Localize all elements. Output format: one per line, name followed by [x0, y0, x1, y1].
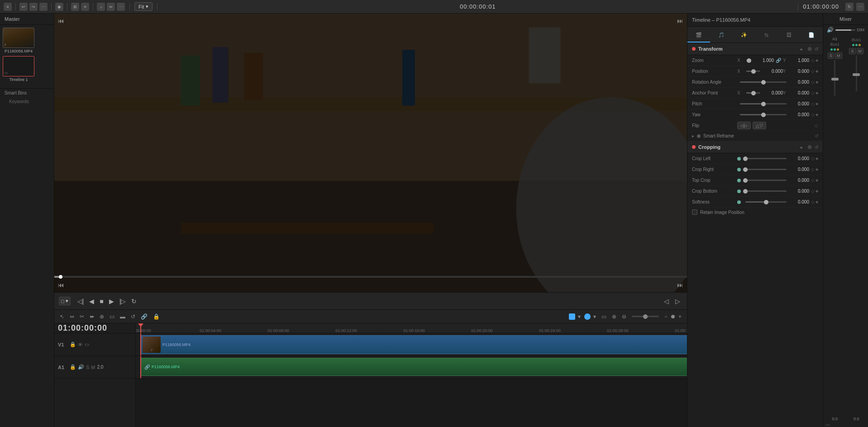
- rotation-value[interactable]: 0.000: [789, 80, 809, 85]
- mixer-bus1-fader[interactable]: [847, 55, 867, 416]
- highlight-icon[interactable]: ◉: [55, 3, 63, 11]
- mute-btn-a1[interactable]: M: [91, 365, 95, 370]
- yaw-slider[interactable]: [740, 114, 787, 115]
- cropping-add-icon[interactable]: ⊕: [807, 144, 812, 150]
- cropping-section-header[interactable]: Cropping ▸ ⊕ ↺: [687, 141, 823, 153]
- softness-keyframe[interactable]: ◆: [816, 200, 818, 204]
- transform-add-icon[interactable]: ⊕: [807, 46, 812, 52]
- lock-icon-a1[interactable]: 🔒: [70, 364, 76, 370]
- zoom-clip-icon[interactable]: ▭: [600, 313, 608, 321]
- timeline-tool-razor[interactable]: ✂: [78, 313, 86, 321]
- softness-value[interactable]: 0.000: [789, 199, 809, 204]
- pitch-reset[interactable]: ◇: [811, 101, 815, 106]
- crop-bottom-reset[interactable]: ◇: [811, 189, 815, 194]
- clip-v1[interactable]: ♪ P1160056.MP4: [140, 335, 687, 354]
- mixer-a1-handle[interactable]: [831, 78, 839, 81]
- anchor-keyframe[interactable]: ◆: [816, 91, 818, 95]
- volume-icon[interactable]: 🔊: [827, 27, 834, 33]
- video-preview[interactable]: ⏮ ⏭ ⏮ ⏭: [54, 14, 687, 292]
- refresh-icon[interactable]: ↻: [845, 3, 854, 11]
- clip-a1[interactable]: 🔗 P1160056.MP4: [140, 358, 687, 376]
- tab-audio[interactable]: 🎵: [710, 27, 733, 43]
- timeline-tool-pointer[interactable]: ↖: [58, 313, 66, 321]
- crop-right-value[interactable]: 0.000: [789, 167, 809, 172]
- crop-left-keyframe[interactable]: ◆: [816, 157, 818, 161]
- mixer-bus1-handle[interactable]: [853, 73, 860, 76]
- timecode-display[interactable]: 00:00:00:01: [162, 3, 793, 10]
- transform-section-header[interactable]: Transform ▸ ⊕ ↺: [687, 43, 823, 55]
- crop-top-keyframe[interactable]: ◆: [816, 178, 818, 182]
- zoom-x-slider[interactable]: [746, 60, 751, 61]
- pitch-value[interactable]: 0.000: [789, 101, 809, 106]
- solo-btn-a1[interactable]: S: [86, 365, 89, 370]
- track-lane-v1[interactable]: ♪ P1160056.MP4: [136, 333, 687, 356]
- timeline-tool-link[interactable]: 🔗: [139, 313, 149, 321]
- more-icon[interactable]: ⋯: [117, 3, 125, 11]
- list-icon[interactable]: ≡: [81, 3, 89, 11]
- timeline-tool-overwrite[interactable]: ▬: [118, 313, 127, 321]
- flip-h-btn[interactable]: ◁▷: [737, 122, 751, 129]
- frame-select[interactable]: □▾: [59, 297, 71, 305]
- crop-bottom-value[interactable]: 0.000: [789, 189, 809, 194]
- mixer-bus1-s-btn[interactable]: S: [849, 48, 855, 54]
- pos-x-slider[interactable]: [746, 71, 760, 72]
- pitch-keyframe[interactable]: ◆: [816, 102, 818, 106]
- tab-effects[interactable]: ✨: [733, 27, 755, 43]
- play-btn[interactable]: ▶: [107, 296, 116, 306]
- prev-clip-icon[interactable]: ⏮: [58, 17, 64, 24]
- zoom-keyframe[interactable]: ◆: [816, 58, 818, 62]
- flip-v-btn[interactable]: △▽: [753, 122, 766, 129]
- yaw-reset[interactable]: ◇: [811, 112, 815, 117]
- rotation-keyframe[interactable]: ◆: [816, 80, 818, 84]
- track-color-blue[interactable]: ▾: [576, 313, 582, 321]
- lock-icon-v1[interactable]: 🔒: [70, 342, 76, 347]
- smart-reframe-row[interactable]: ▸ Smart Reframe ↺: [687, 131, 823, 141]
- rotation-reset[interactable]: ◇: [811, 80, 815, 85]
- tab-file[interactable]: 📄: [800, 27, 823, 43]
- mixer-a1-m-btn[interactable]: M: [835, 52, 842, 59]
- history-icon[interactable]: ⋯: [39, 3, 48, 11]
- softness-reset[interactable]: ◇: [811, 199, 815, 204]
- zoom-reset[interactable]: ◇: [811, 58, 815, 63]
- crop-top-reset[interactable]: ◇: [811, 178, 815, 183]
- undo-icon[interactable]: ↩: [19, 3, 28, 11]
- next-mark-btn[interactable]: |▷: [117, 296, 129, 306]
- timeline-tool-trim[interactable]: ⇔: [68, 313, 76, 321]
- stop-btn[interactable]: ■: [97, 296, 105, 306]
- pos-reset[interactable]: ◇: [811, 69, 815, 74]
- retain-checkbox[interactable]: [692, 209, 697, 215]
- timeline-tool-slip[interactable]: ⬌: [88, 313, 96, 321]
- search-icon[interactable]: ⌕: [97, 3, 105, 11]
- plus-icon[interactable]: +: [677, 313, 683, 321]
- settings-icon[interactable]: ⋯: [856, 3, 864, 11]
- zoom-x-value[interactable]: 1.000: [754, 58, 774, 63]
- out-point-icon[interactable]: ▷: [673, 296, 682, 306]
- crop-bottom-slider[interactable]: [745, 190, 787, 192]
- anchor-y-value[interactable]: 0.000: [789, 90, 809, 95]
- crop-left-slider[interactable]: [745, 158, 787, 159]
- grid-icon[interactable]: ⊞: [71, 3, 79, 11]
- crop-right-reset[interactable]: ◇: [811, 167, 815, 172]
- loop-btn[interactable]: ↻: [129, 296, 139, 306]
- anchor-x-slider[interactable]: [746, 92, 760, 94]
- track-color-dot[interactable]: ▾: [591, 313, 598, 321]
- zoom-out-icon[interactable]: ⊖: [620, 313, 628, 321]
- next-frame-icon[interactable]: ⏭: [677, 281, 683, 289]
- pos-x-value[interactable]: 0.000: [763, 69, 783, 74]
- next-clip-icon[interactable]: ⏭: [677, 17, 683, 24]
- smart-reframe-reset[interactable]: ↺: [815, 133, 818, 138]
- rotation-slider[interactable]: [740, 81, 787, 83]
- tab-video[interactable]: 🎬: [687, 27, 710, 43]
- flip-reset[interactable]: ◇: [815, 123, 818, 128]
- step-back-btn[interactable]: ◀: [87, 296, 96, 306]
- pitch-slider[interactable]: [740, 103, 787, 104]
- pos-y-value[interactable]: 0.000: [789, 69, 809, 74]
- volume-slider[interactable]: [835, 29, 855, 31]
- pos-keyframe[interactable]: ◆: [816, 69, 818, 73]
- timeline-tool-dynamic[interactable]: ⊕: [98, 313, 106, 321]
- crop-bottom-keyframe[interactable]: ◆: [816, 189, 818, 193]
- timeline-ruler[interactable]: 01:00:00:00 01:00:04:00 01:00:08:00 01:0…: [136, 323, 687, 333]
- crop-top-value[interactable]: 0.000: [789, 178, 809, 183]
- prev-frame-icon[interactable]: ⏮: [58, 281, 64, 289]
- smart-bins-header[interactable]: Smart Bins: [0, 88, 54, 97]
